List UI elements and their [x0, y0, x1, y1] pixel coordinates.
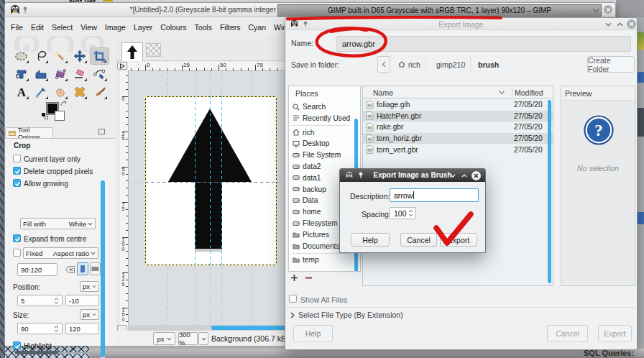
- remove-place-icon[interactable]: [304, 273, 313, 285]
- place-backup[interactable]: backup: [293, 184, 326, 195]
- highlight-opacity-track[interactable]: [58, 352, 97, 354]
- menu-edit[interactable]: Edit: [31, 23, 44, 32]
- unit-combo[interactable]: px: [153, 332, 175, 345]
- file-row-foliage.gih[interactable]: foliage.gih27/05/20: [363, 99, 553, 111]
- menu-colours[interactable]: Colours: [160, 23, 186, 32]
- tool-options-tab[interactable]: Tool Options: [5, 127, 53, 139]
- tool-color-picker-icon[interactable]: [31, 83, 50, 101]
- position-unit-combo[interactable]: px: [80, 281, 99, 292]
- create-folder-button[interactable]: Create Folder: [587, 56, 635, 73]
- export-dialog-cancel-button[interactable]: Cancel: [547, 325, 588, 342]
- export-dialog-help-button[interactable]: Help: [293, 325, 333, 342]
- place-data2[interactable]: data2: [293, 161, 321, 172]
- tool-fuzzy-select-icon[interactable]: [50, 47, 70, 65]
- tool-text-icon[interactable]: A: [12, 83, 31, 101]
- zoom-combo-arrow[interactable]: [198, 332, 208, 345]
- close-window-icon[interactable]: [604, 5, 612, 14]
- menu-tools[interactable]: Tools: [194, 23, 212, 32]
- highlight-opacity-slider[interactable]: [15, 351, 58, 354]
- tool-paintbrush-icon[interactable]: [90, 83, 109, 101]
- background-color-swatch[interactable]: [55, 111, 65, 121]
- checkbox-delete-cropped-pixels[interactable]: [13, 167, 21, 175]
- breadcrumb-gimp210[interactable]: gimp210: [431, 56, 471, 73]
- place-pictures[interactable]: Pictures: [293, 229, 329, 240]
- tool-ellipse-select-icon[interactable]: [12, 47, 31, 65]
- swap-colors-icon[interactable]: [60, 101, 68, 108]
- tool-ink-icon[interactable]: [90, 65, 109, 83]
- unshade-dialog-icon[interactable]: [461, 173, 468, 178]
- tool-flip-icon[interactable]: [31, 65, 50, 83]
- place-data[interactable]: Data: [293, 195, 318, 206]
- brush-cancel-button[interactable]: Cancel: [400, 233, 437, 247]
- brush-help-button[interactable]: Help: [351, 233, 390, 247]
- position-x-spinner[interactable]: 5: [17, 295, 63, 306]
- expand-from-centre-checkbox[interactable]: [13, 234, 21, 242]
- menu-select[interactable]: Select: [52, 23, 73, 32]
- size-width-spinner[interactable]: 90: [17, 323, 63, 334]
- shade-dialog-icon[interactable]: [449, 173, 456, 178]
- file-row-torn_vert.gbr[interactable]: torn_vert.gbr27/05/20: [363, 144, 553, 155]
- column-name[interactable]: Name: [373, 88, 393, 97]
- place-file-system[interactable]: File System: [293, 150, 341, 160]
- menu-layer[interactable]: Layer: [134, 23, 152, 32]
- image-tab-checker[interactable]: [146, 43, 161, 57]
- canvas-image[interactable]: [145, 96, 277, 265]
- file-row-HatchPen.gbr[interactable]: HatchPen.gbr27/05/20: [363, 111, 553, 122]
- file-row-rake.gbr[interactable]: rake.gbr27/05/20: [363, 121, 553, 133]
- show-all-files-checkbox[interactable]: [289, 295, 297, 303]
- gimp-titlebar[interactable]: *[Untitled]-2.0 (Greyscale 8-bit gamma i…: [5, 3, 615, 17]
- export-dialog-export-button[interactable]: Export: [598, 325, 632, 342]
- aspect-ratio-combo[interactable]: Fixed Aspect ratio: [23, 247, 98, 259]
- spacing-spinner[interactable]: 100: [390, 207, 416, 219]
- fill-with-combo[interactable]: Fill with White: [20, 218, 96, 229]
- position-y-field[interactable]: -10: [65, 295, 99, 306]
- size-unit-combo[interactable]: px: [80, 309, 99, 320]
- tool-transform-icon[interactable]: [12, 65, 31, 83]
- file-type-expander[interactable]: Select File Type (By Extension): [290, 311, 403, 319]
- place-temp[interactable]: temp: [293, 254, 319, 265]
- clear-entry-icon[interactable]: [65, 266, 75, 273]
- image-tab-arrow[interactable]: [121, 42, 143, 61]
- checkbox-allow-growing[interactable]: [13, 179, 21, 187]
- description-input[interactable]: arrow: [390, 188, 479, 202]
- place-desktop[interactable]: Desktop: [293, 138, 329, 149]
- shade-window-icon[interactable]: [592, 7, 600, 14]
- menu-filters[interactable]: Filters: [220, 23, 241, 32]
- unshade-dialog-icon[interactable]: [616, 22, 624, 27]
- tool-options-vscrollbar[interactable]: [101, 180, 105, 358]
- tool-crop-icon[interactable]: [90, 47, 109, 65]
- tool-move-icon[interactable]: [70, 47, 89, 65]
- checkbox-current-layer-only[interactable]: [13, 155, 21, 162]
- sort-chevron-icon[interactable]: [498, 90, 505, 95]
- tool-eraser-icon[interactable]: [70, 65, 89, 83]
- export-dialog-titlebar[interactable]: Export Image: [285, 18, 637, 30]
- detach-panel-icon[interactable]: [98, 129, 105, 134]
- place-home[interactable]: home: [293, 206, 321, 217]
- tool-smudge-icon[interactable]: [50, 83, 70, 101]
- fixed-checkbox[interactable]: [13, 249, 21, 257]
- folder-back-button[interactable]: [377, 56, 390, 73]
- close-dialog-icon[interactable]: [627, 19, 636, 29]
- name-input[interactable]: arrow.gbr: [336, 36, 631, 52]
- vertical-ruler[interactable]: 0255075100125150: [120, 71, 129, 325]
- ratio-entry[interactable]: 90:120: [17, 263, 58, 276]
- highlight-checkbox[interactable]: [13, 341, 21, 349]
- menu-image[interactable]: Image: [105, 23, 126, 32]
- breadcrumb-rich[interactable]: rich: [393, 56, 426, 73]
- place-search[interactable]: Search: [293, 101, 326, 112]
- brush-export-button[interactable]: Export: [440, 233, 477, 247]
- size-height-field[interactable]: 120: [65, 323, 99, 334]
- add-place-icon[interactable]: [290, 273, 299, 285]
- close-dialog-icon[interactable]: [472, 171, 481, 180]
- breadcrumb-brush[interactable]: brush: [473, 56, 504, 73]
- tool-free-select-icon[interactable]: [31, 47, 50, 65]
- portrait-orientation-button[interactable]: [77, 262, 88, 275]
- landscape-orientation-button[interactable]: [90, 262, 101, 275]
- place-data1[interactable]: data1: [293, 173, 321, 183]
- column-modified[interactable]: Modified: [515, 88, 543, 97]
- canvas-menu-button[interactable]: [117, 62, 127, 70]
- file-list-scrollbar[interactable]: [548, 100, 551, 283]
- tool-shear-icon[interactable]: [50, 65, 70, 83]
- default-colors-icon[interactable]: [42, 113, 48, 119]
- shade-dialog-icon[interactable]: [604, 22, 612, 27]
